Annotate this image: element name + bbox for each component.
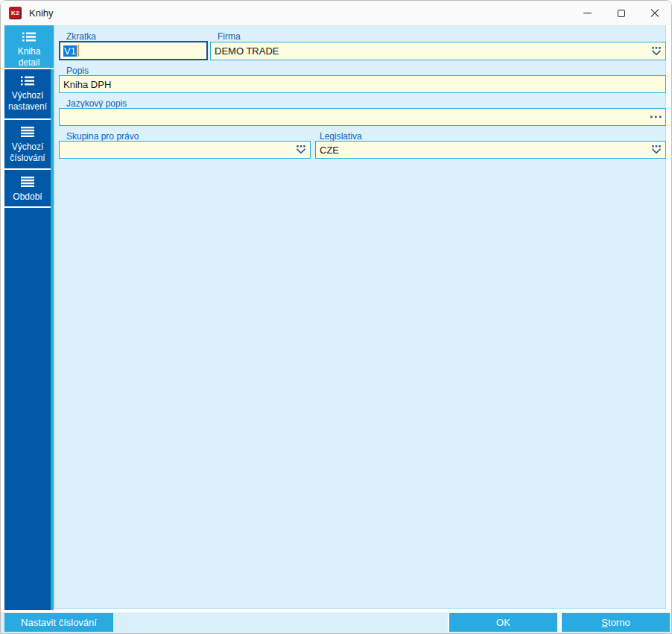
footer-right-buttons: OK Storno [448,613,670,632]
main-region: Kniha detail Výchozí nastavení Výchozí č… [1,25,671,610]
storno-accel-letter: S [601,617,608,628]
popis-label: Popis [66,66,89,76]
storno-button[interactable]: Storno [562,613,670,632]
sidebar-item-obdobi[interactable]: Období [4,170,51,208]
ok-button[interactable]: OK [449,613,557,632]
sidebar-item-label: Období [4,191,51,203]
app-icon-k2: K2 [9,7,22,19]
sidebar-item-label: Výchozí [4,142,51,153]
zkratka-field[interactable]: V1 [59,41,208,60]
sidebar-item-vychozi-nastaveni[interactable]: Výchozí nastavení [4,69,51,120]
storno-rest: torno [608,617,630,628]
maximize-button[interactable] [604,1,638,25]
sidebar-item-kniha-detail[interactable]: Kniha detail [4,25,54,69]
close-button[interactable] [638,1,671,25]
menu-lines-icon [21,127,34,137]
minimize-icon [583,13,592,13]
zkratka-selected-value: V1 [63,45,77,57]
menu-lines-icon [21,177,34,187]
footer-bar: Nastavit číslování OK Storno [1,610,671,633]
firma-field[interactable]: DEMO TRADE [210,42,666,60]
close-icon [650,9,659,18]
popis-value: Kniha DPH [63,79,111,90]
legislativa-label: Legislativa [320,131,362,142]
sidebar-item-label: číslování [4,153,51,164]
form-panel: Zkratka V1 Firma DEMO TRADE Popis [54,25,666,609]
sidebar-item-label: Výchozí [4,90,51,101]
window-title: Knihy [29,7,54,19]
titlebar: K2 Knihy [1,1,671,25]
dotted-list-icon [22,32,36,42]
sidebar: Kniha detail Výchozí nastavení Výchozí č… [4,25,51,610]
text-caret [77,45,79,57]
dropdown-icon[interactable] [296,145,306,154]
sidebar-item-label: nastavení [4,101,51,112]
firma-label: Firma [218,31,241,42]
legislativa-field[interactable]: CZE [315,141,666,159]
dropdown-icon[interactable] [651,47,662,56]
sidebar-item-label: Kniha [4,46,54,57]
ellipsis-icon[interactable] [650,115,662,118]
dotted-list-icon [21,76,34,86]
minimize-button[interactable] [571,1,604,25]
sidebar-item-label: detail [4,57,54,69]
jazykovy-popis-field[interactable] [59,108,666,126]
skupina-pro-pravo-field[interactable] [59,141,311,159]
legislativa-value: CZE [320,145,339,156]
nastavit-cislovani-button[interactable]: Nastavit číslování [4,613,113,632]
firma-value: DEMO TRADE [215,45,279,57]
skupina-pro-pravo-label: Skupina pro právo [66,131,139,142]
zkratka-label: Zkratka [66,31,96,42]
jazykovy-popis-label: Jazykový popis [66,98,127,109]
maximize-icon [618,10,625,17]
dropdown-icon[interactable] [651,145,662,154]
sidebar-item-vychozi-cislovani[interactable]: Výchozí číslování [4,120,51,170]
knihy-window: K2 Knihy [0,0,672,634]
popis-field[interactable]: Kniha DPH [59,75,666,93]
